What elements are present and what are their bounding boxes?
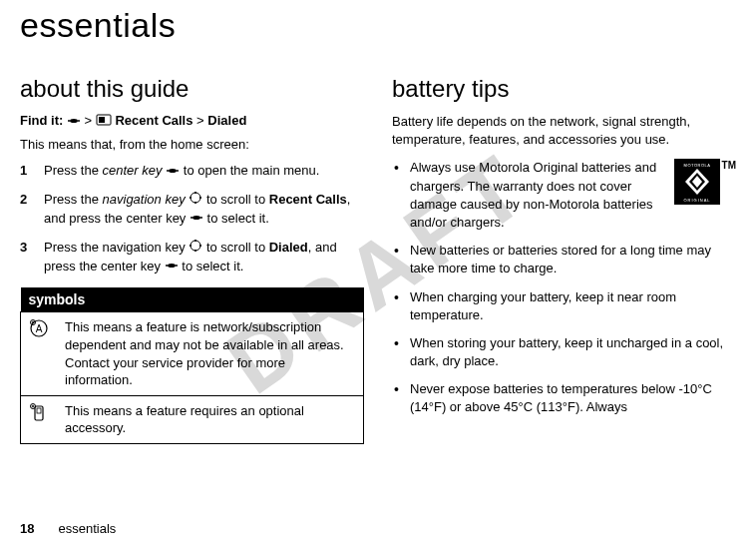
svg-point-8 xyxy=(190,193,200,203)
battery-intro: Battery life depends on the network, sig… xyxy=(392,113,736,149)
svg-text:A: A xyxy=(36,323,43,334)
bullet-2: New batteries or batteries stored for a … xyxy=(410,242,736,277)
center-key-icon xyxy=(166,163,180,181)
svg-point-21 xyxy=(168,264,176,268)
step-1-text: Press the center key to open the main me… xyxy=(44,162,364,181)
svg-point-11 xyxy=(189,197,191,199)
symbols-header: symbols xyxy=(21,287,364,312)
gt-2: > xyxy=(196,113,204,128)
bullet-5: Never expose batteries to temperatures b… xyxy=(410,380,736,416)
svg-point-22 xyxy=(166,265,168,267)
step-2: 2 Press the navigation key to scroll to … xyxy=(20,191,364,229)
svg-point-17 xyxy=(194,240,196,242)
step-3: 3 Press the navigation key to scroll to … xyxy=(20,239,364,276)
left-column: about this guide Find it: > Recent Calls… xyxy=(20,75,364,444)
page-number: 18 xyxy=(20,521,34,536)
step-3-num: 3 xyxy=(20,239,30,276)
battery-bullets: MOTOROLA ORIGINAL TM Always use Motorola… xyxy=(392,159,736,416)
svg-point-23 xyxy=(176,265,178,267)
page-footer: 18essentials xyxy=(20,521,116,536)
gt-1: > xyxy=(85,113,93,128)
network-dependent-icon: A xyxy=(21,312,58,395)
step-2-post3: to select it. xyxy=(207,211,269,226)
navigation-key-icon xyxy=(189,239,202,258)
svg-point-16 xyxy=(190,241,200,251)
find-it-line: Find it: > Recent Calls > Dialed xyxy=(20,113,364,129)
navigation-key-icon xyxy=(189,191,202,210)
svg-point-20 xyxy=(199,245,201,247)
bullet-1-text: Always use Motorola Original batteries a… xyxy=(410,160,656,230)
svg-rect-30 xyxy=(37,408,41,413)
svg-point-7 xyxy=(177,170,179,172)
svg-point-10 xyxy=(194,202,196,204)
table-row: A This means a feature is network/subscr… xyxy=(21,312,364,395)
svg-rect-4 xyxy=(99,117,105,123)
svg-point-0 xyxy=(70,119,78,123)
motorola-original-logo: MOTOROLA ORIGINAL TM xyxy=(674,159,736,210)
bullet-4: When storing your battery, keep it uncha… xyxy=(410,334,736,370)
find-it-label: Find it: xyxy=(20,113,63,128)
svg-point-19 xyxy=(189,245,191,247)
step-3-mid: to scroll to xyxy=(206,240,269,255)
svg-text:ORIGINAL: ORIGINAL xyxy=(683,198,710,203)
bullet-1: MOTOROLA ORIGINAL TM Always use Motorola… xyxy=(410,159,736,232)
step-1-pre: Press the xyxy=(44,163,103,178)
center-key-icon xyxy=(67,114,81,129)
symbol-2-text: This means a feature requires an optiona… xyxy=(57,395,364,443)
step-1-num: 1 xyxy=(20,162,30,181)
step-1: 1 Press the center key to open the main … xyxy=(20,162,364,181)
step-1-it: center key xyxy=(103,163,163,178)
center-key-icon xyxy=(165,258,179,275)
symbol-1-text: This means a feature is network/subscrip… xyxy=(57,312,364,395)
step-2-num: 2 xyxy=(20,191,30,229)
tm-mark: TM xyxy=(722,160,736,171)
optional-accessory-icon xyxy=(21,395,58,443)
table-row: This means a feature requires an optiona… xyxy=(21,395,364,443)
step-3-text: Press the navigation key to scroll to Di… xyxy=(44,239,364,276)
step-3-bold: Dialed xyxy=(269,240,308,255)
chapter-title: essentials xyxy=(20,0,736,75)
section-about-this-guide: about this guide xyxy=(20,75,364,103)
steps-list: 1 Press the center key to open the main … xyxy=(20,162,364,275)
svg-point-18 xyxy=(194,250,196,252)
right-column: battery tips Battery life depends on the… xyxy=(392,75,736,444)
step-2-bold: Recent Calls xyxy=(269,192,347,207)
center-key-icon xyxy=(189,210,203,228)
find-it-dialed: Dialed xyxy=(207,113,246,128)
svg-point-14 xyxy=(190,217,192,219)
symbols-table: symbols A This means a feature is networ… xyxy=(20,287,364,443)
svg-point-1 xyxy=(68,120,70,122)
svg-point-15 xyxy=(200,217,202,219)
svg-point-9 xyxy=(194,192,196,194)
step-3-pre: Press the navigation key xyxy=(44,240,189,255)
recent-calls-icon xyxy=(96,114,112,129)
step-2-pre: Press the xyxy=(44,192,103,207)
step-3-post3: to select it. xyxy=(182,259,243,273)
svg-text:MOTOROLA: MOTOROLA xyxy=(683,163,710,168)
svg-point-5 xyxy=(169,169,177,173)
section-battery-tips: battery tips xyxy=(392,75,736,103)
step-1-post: to open the main menu. xyxy=(184,163,320,178)
intro-text: This means that, from the home screen: xyxy=(20,137,364,152)
svg-point-2 xyxy=(78,120,80,122)
footer-label: essentials xyxy=(58,521,116,536)
step-2-text: Press the navigation key to scroll to Re… xyxy=(44,191,364,229)
find-it-recent-calls: Recent Calls xyxy=(115,113,192,128)
svg-point-13 xyxy=(192,216,200,220)
svg-point-12 xyxy=(199,197,201,199)
step-2-it: navigation key xyxy=(103,192,186,207)
step-2-mid: to scroll to xyxy=(206,192,269,207)
bullet-3: When charging your battery, keep it near… xyxy=(410,288,736,324)
svg-point-6 xyxy=(167,170,169,172)
